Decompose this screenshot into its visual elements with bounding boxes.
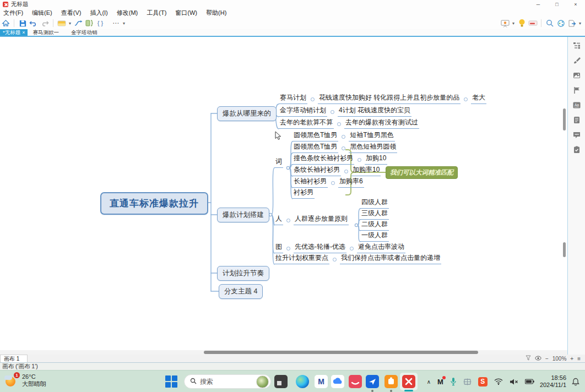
menu-insert[interactable]: 插入(I) (90, 9, 107, 17)
topic-text[interactable]: 图 (274, 243, 283, 253)
presentation-dropdown-icon[interactable]: ▾ (511, 21, 516, 26)
taskbar-app-dark-icon[interactable] (274, 375, 288, 388)
vertical-scrollbar[interactable] (563, 108, 566, 130)
topic-weight[interactable]: 拉升计划权重要点 我们保持点击率或者点击量的递增 (274, 254, 441, 264)
summary-note[interactable]: 我们可以大词精准匹配 (386, 166, 458, 179)
topic-text[interactable]: 黑色短袖男圆领 (349, 143, 397, 153)
mindmap-canvas[interactable]: 直通车标准爆款拉升 爆款从哪里来的 爆款计划搭建 计划拉升节奏 分支主题 4 赛… (0, 37, 567, 350)
topic-text[interactable]: 人群逐步放量原则 (294, 215, 349, 225)
topic-text[interactable]: 去年的老款算不算 (279, 118, 334, 129)
topic-text[interactable]: 长袖衬衫男 (292, 177, 328, 188)
topic-row[interactable]: 撞色条纹长袖衬衫男 加购10 (292, 154, 387, 165)
topic-text[interactable]: 4计划 花钱速度快的宝贝 (338, 106, 411, 117)
topic-text[interactable]: 词 (274, 157, 283, 168)
topic-text[interactable]: 短袖T恤男黑色 (349, 131, 394, 141)
menu-modify[interactable]: 修改(M) (117, 9, 138, 17)
relationship-icon[interactable] (73, 18, 84, 28)
menu-file[interactable]: 文件(F) (3, 9, 23, 17)
notes-icon[interactable] (572, 116, 581, 124)
topic-text[interactable]: 加购率10 (351, 166, 381, 176)
tab-close-icon[interactable]: × (22, 30, 25, 35)
marker-icon[interactable] (527, 18, 538, 28)
weather-widget[interactable]: 1 26°C 大部晴朗 (4, 373, 46, 388)
topic-text[interactable]: 花钱速度快加购好 转化跟得上并且初步放量的品 (318, 94, 461, 104)
style-dropdown-icon[interactable]: ▾ (67, 21, 73, 26)
branch-topic4[interactable]: 分支主题 4 (219, 284, 263, 299)
font-icon[interactable]: Aa (572, 101, 581, 110)
tab-saima[interactable]: 赛马测款一 (30, 29, 62, 36)
topic-row[interactable]: 三级人群 (360, 209, 389, 220)
menu-help[interactable]: 帮助(H) (206, 9, 226, 17)
topic-text[interactable]: 加购10 (365, 154, 387, 165)
topic-row[interactable]: 赛马计划 花钱速度快加购好 转化跟得上并且初步放量的品 老大 (279, 94, 486, 104)
tray-mic-icon[interactable] (450, 377, 457, 386)
taskbar-red-app-icon[interactable] (349, 375, 362, 388)
toolbar-dropdown-icon[interactable]: ▾ (121, 21, 127, 26)
topic-text[interactable]: 衬衫男 (292, 188, 315, 199)
summary-icon[interactable] (84, 18, 95, 28)
start-button[interactable] (165, 375, 177, 388)
image-icon[interactable] (572, 71, 581, 80)
branch-rhythm[interactable]: 计划拉升节奏 (217, 266, 269, 281)
taskbar-clock[interactable]: 18:56 2024/11/1 (540, 374, 566, 389)
topic-row[interactable]: 圆领黑色T恤男 黑色短袖男圆领 (292, 143, 397, 153)
menu-window[interactable]: 窗口(W) (175, 9, 197, 17)
topic-text[interactable]: 人 (274, 215, 283, 225)
notification-bell-icon[interactable] (572, 378, 579, 386)
topic-row[interactable]: 圆领黑色T恤男 短袖T恤男黑色 (292, 131, 395, 141)
branch-where-from[interactable]: 爆款从哪里来的 (217, 106, 277, 121)
zoom-fit-button[interactable]: ≡ (577, 356, 581, 362)
topic-people[interactable]: 人 人群逐步放量原则 (274, 215, 349, 225)
taskbar-blue-app-icon[interactable] (366, 375, 379, 388)
brace-icon[interactable]: { } (95, 18, 106, 28)
taskbar-cloud-icon[interactable] (331, 375, 344, 388)
topic-row[interactable]: 长袖衬衫男 加购率6 (292, 177, 364, 188)
topic-row[interactable]: 二级人群 (360, 220, 389, 231)
horizontal-scrollbar[interactable] (204, 351, 478, 354)
tray-sogou-icon[interactable]: S (478, 377, 488, 386)
topic-text[interactable]: 二级人群 (360, 220, 389, 231)
minimize-button[interactable]: ─ (529, 0, 548, 9)
theme-brush-icon[interactable] (572, 56, 581, 65)
tray-chevron-up-icon[interactable]: ∧ (427, 379, 431, 385)
overview-eye-icon[interactable] (535, 356, 541, 362)
tab-jinzita[interactable]: 金字塔动销 (68, 29, 100, 36)
topic-text[interactable]: 撞色条纹长袖衬衫男 (292, 154, 354, 165)
topic-row[interactable]: 四级人群 (360, 198, 389, 209)
taskbar-mindmap-app-icon[interactable] (402, 375, 415, 388)
topic-text[interactable]: 圆领黑色T恤男 (292, 131, 338, 141)
save-icon[interactable] (17, 18, 28, 28)
taskbar-edge-icon[interactable] (296, 375, 309, 388)
presentation-icon[interactable] (500, 18, 511, 28)
topic-text[interactable]: 一级人群 (360, 231, 389, 242)
lightbulb-icon[interactable] (516, 18, 527, 28)
menu-tools[interactable]: 工具(T) (147, 9, 166, 17)
menu-view[interactable]: 查看(V) (61, 9, 82, 17)
more-icon[interactable]: ⋯ (110, 18, 121, 28)
tray-wifi-icon[interactable] (494, 378, 503, 385)
central-topic[interactable]: 直通车标准爆款拉升 (100, 192, 208, 215)
topic-text[interactable]: 先优选-轮播-优选 (294, 243, 346, 253)
comment-icon[interactable] (572, 130, 581, 139)
topic-text[interactable]: 赛马计划 (279, 94, 307, 104)
topic-text[interactable]: 条纹长袖衬衫男 (292, 166, 341, 176)
export-dropdown-icon[interactable]: ▾ (577, 21, 583, 26)
zoom-in-button[interactable]: + (570, 356, 573, 362)
redo-icon[interactable] (39, 18, 50, 28)
topic-text[interactable]: 老大 (471, 94, 486, 104)
tray-battery-icon[interactable] (525, 379, 534, 384)
flag-icon[interactable] (572, 86, 581, 95)
topic-row[interactable]: 一级人群 (360, 231, 389, 242)
topic-text[interactable]: 避免点击率波动 (357, 243, 405, 253)
topic-text[interactable]: 拉升计划权重要点 (274, 254, 329, 264)
topic-word[interactable]: 词 (274, 157, 283, 168)
horizontal-scrollbar-track[interactable] (0, 350, 567, 355)
undo-icon[interactable] (28, 18, 39, 28)
topic-row[interactable]: 衬衫男 (292, 188, 315, 199)
search-icon[interactable] (544, 18, 555, 28)
outline-icon[interactable] (572, 41, 581, 50)
topic-row[interactable]: 去年的老款算不算 去年的爆款有没有测试过 (279, 118, 419, 129)
vertical-scrollbar-marker[interactable] (563, 242, 566, 257)
topic-text[interactable]: 四级人群 (360, 198, 389, 209)
menu-edit[interactable]: 编辑(E) (32, 9, 52, 17)
